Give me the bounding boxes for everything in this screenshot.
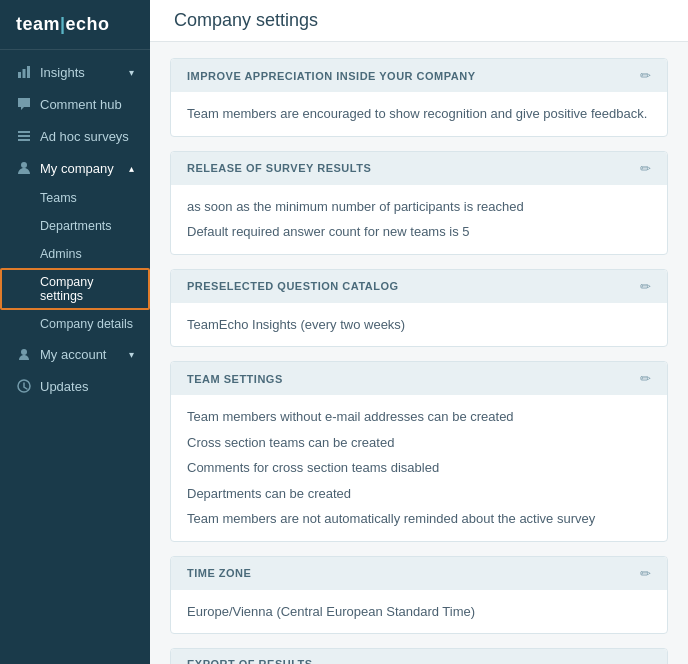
list-icon: [16, 128, 32, 144]
release-line-1: as soon as the minimum number of partici…: [187, 197, 651, 217]
company-details-label: Company details: [40, 317, 133, 331]
card-title-release-survey-results: RELEASE OF SURVEY RESULTS: [187, 162, 371, 174]
sidebar-nav: Insights ▾ Comment hub Ad hoc surveys My…: [0, 50, 150, 664]
company-settings-label: Company settings: [40, 275, 134, 303]
card-title-time-zone: TIME ZONE: [187, 567, 251, 579]
card-header-time-zone: TIME ZONE ✏: [171, 557, 667, 590]
sidebar-item-my-company[interactable]: My company ▴: [0, 152, 150, 184]
sidebar-item-adhoc-surveys[interactable]: Ad hoc surveys: [0, 120, 150, 152]
logo-after: echo: [66, 14, 110, 34]
card-header-preselected-question-catalog: PRESELECTED QUESTION CATALOG ✏: [171, 270, 667, 303]
sidebar-item-departments[interactable]: Departments: [0, 212, 150, 240]
card-body-team-settings: Team members without e-mail addresses ca…: [171, 395, 667, 541]
main-content: Company settings IMPROVE APPRECIATION IN…: [150, 0, 688, 664]
sidebar-item-updates[interactable]: Updates: [0, 370, 150, 402]
company-icon: [16, 160, 32, 176]
svg-rect-5: [18, 139, 30, 141]
updates-label: Updates: [40, 379, 88, 394]
admins-label: Admins: [40, 247, 82, 261]
insights-label: Insights: [40, 65, 85, 80]
page-header: Company settings: [150, 0, 688, 42]
team-settings-line-2: Cross section teams can be created: [187, 433, 651, 453]
sidebar-item-company-details[interactable]: Company details: [0, 310, 150, 338]
settings-content: IMPROVE APPRECIATION INSIDE YOUR COMPANY…: [150, 42, 688, 664]
card-body-time-zone: Europe/Vienna (Central European Standard…: [171, 590, 667, 634]
my-company-label: My company: [40, 161, 114, 176]
logo-before: team: [16, 14, 60, 34]
edit-icon-improve-appreciation[interactable]: ✏: [640, 68, 651, 83]
team-settings-line-1: Team members without e-mail addresses ca…: [187, 407, 651, 427]
svg-point-7: [21, 349, 27, 355]
team-settings-line-5: Team members are not automatically remin…: [187, 509, 651, 529]
page-title: Company settings: [174, 10, 664, 31]
updates-icon: [16, 378, 32, 394]
card-header-release-survey-results: RELEASE OF SURVEY RESULTS ✏: [171, 152, 667, 185]
comment-hub-label: Comment hub: [40, 97, 122, 112]
edit-icon-release-survey-results[interactable]: ✏: [640, 161, 651, 176]
team-settings-line-4: Departments can be created: [187, 484, 651, 504]
card-header-improve-appreciation: IMPROVE APPRECIATION INSIDE YOUR COMPANY…: [171, 59, 667, 92]
my-account-label: My account: [40, 347, 106, 362]
svg-rect-1: [23, 69, 26, 78]
card-header-export-of-results: EXPORT OF RESULTS: [171, 649, 667, 664]
card-release-survey-results: RELEASE OF SURVEY RESULTS ✏ as soon as t…: [170, 151, 668, 255]
card-body-release-survey-results: as soon as the minimum number of partici…: [171, 185, 667, 254]
release-line-2: Default required answer count for new te…: [187, 222, 651, 242]
svg-rect-4: [18, 135, 30, 137]
adhoc-surveys-label: Ad hoc surveys: [40, 129, 129, 144]
card-time-zone: TIME ZONE ✏ Europe/Vienna (Central Europ…: [170, 556, 668, 635]
sidebar-item-my-account[interactable]: My account ▾: [0, 338, 150, 370]
card-body-preselected-question-catalog: TeamEcho Insights (every two weeks): [171, 303, 667, 347]
sidebar-item-company-settings[interactable]: Company settings: [0, 268, 150, 310]
edit-icon-time-zone[interactable]: ✏: [640, 566, 651, 581]
improve-appreciation-line-1: Team members are encouraged to show reco…: [187, 104, 651, 124]
question-catalog-line-1: TeamEcho Insights (every two weeks): [187, 315, 651, 335]
chart-icon: [16, 64, 32, 80]
edit-icon-team-settings[interactable]: ✏: [640, 371, 651, 386]
card-body-improve-appreciation: Team members are encouraged to show reco…: [171, 92, 667, 136]
svg-point-6: [21, 162, 27, 168]
sidebar-item-teams[interactable]: Teams: [0, 184, 150, 212]
sidebar-item-admins[interactable]: Admins: [0, 240, 150, 268]
sidebar-item-insights[interactable]: Insights ▾: [0, 56, 150, 88]
card-title-team-settings: TEAM SETTINGS: [187, 373, 283, 385]
sidebar-item-comment-hub[interactable]: Comment hub: [0, 88, 150, 120]
chevron-down-icon: ▾: [129, 67, 134, 78]
card-title-export-of-results: EXPORT OF RESULTS: [187, 658, 313, 664]
team-settings-line-3: Comments for cross section teams disable…: [187, 458, 651, 478]
card-preselected-question-catalog: PRESELECTED QUESTION CATALOG ✏ TeamEcho …: [170, 269, 668, 348]
teams-label: Teams: [40, 191, 77, 205]
card-header-team-settings: TEAM SETTINGS ✏: [171, 362, 667, 395]
time-zone-line-1: Europe/Vienna (Central European Standard…: [187, 602, 651, 622]
account-icon: [16, 346, 32, 362]
comment-icon: [16, 96, 32, 112]
card-team-settings: TEAM SETTINGS ✏ Team members without e-m…: [170, 361, 668, 542]
card-export-of-results: EXPORT OF RESULTS Generate export: [170, 648, 668, 664]
card-title-improve-appreciation: IMPROVE APPRECIATION INSIDE YOUR COMPANY: [187, 70, 476, 82]
sidebar: team|echo Insights ▾ Comment hub Ad hoc …: [0, 0, 150, 664]
logo: team|echo: [0, 0, 150, 50]
svg-rect-2: [27, 66, 30, 78]
departments-label: Departments: [40, 219, 112, 233]
logo-text: team|echo: [16, 14, 110, 34]
chevron-down-icon: ▾: [129, 349, 134, 360]
my-company-subnav: Teams Departments Admins Company setting…: [0, 184, 150, 338]
card-title-preselected-question-catalog: PRESELECTED QUESTION CATALOG: [187, 280, 399, 292]
edit-icon-preselected-question-catalog[interactable]: ✏: [640, 279, 651, 294]
svg-rect-0: [18, 72, 21, 78]
svg-rect-3: [18, 131, 30, 133]
card-improve-appreciation: IMPROVE APPRECIATION INSIDE YOUR COMPANY…: [170, 58, 668, 137]
chevron-up-icon: ▴: [129, 163, 134, 174]
